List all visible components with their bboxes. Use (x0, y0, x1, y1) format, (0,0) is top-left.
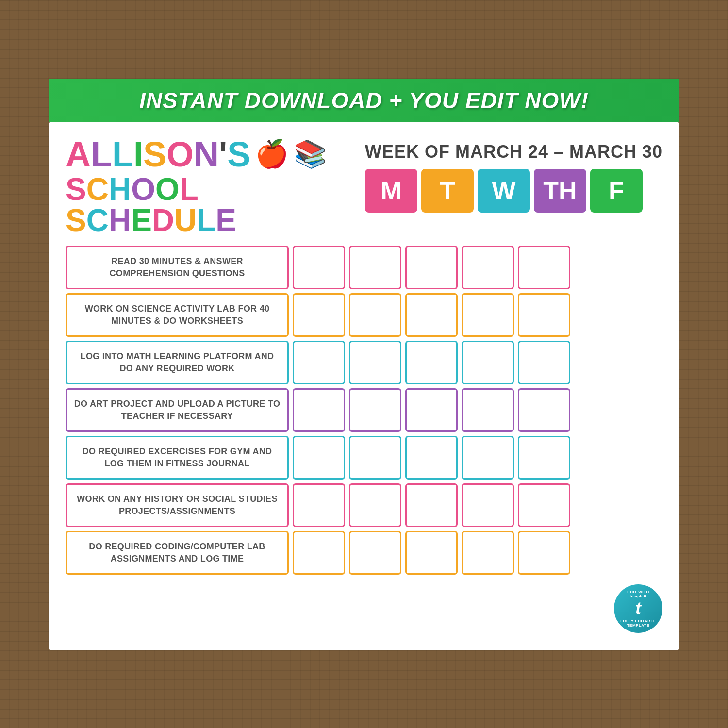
banner: INSTANT DOWNLOAD + YOU EDIT NOW! (49, 79, 679, 122)
task-label-1: READ 30 MINUTES & ANSWER COMPREHENSION Q… (66, 246, 289, 289)
check-box[interactable] (518, 246, 570, 289)
outer-container: INSTANT DOWNLOAD + YOU EDIT NOW! ALLISON… (49, 79, 679, 650)
check-box[interactable] (462, 388, 514, 432)
check-box[interactable] (349, 341, 401, 384)
check-box[interactable] (462, 293, 514, 337)
check-box[interactable] (462, 531, 514, 575)
check-boxes-4 (293, 388, 570, 432)
books-icon: 📚 (294, 138, 327, 170)
task-label-6: WORK ON ANY HISTORY OR SOCIAL STUDIES PR… (66, 483, 289, 527)
check-box[interactable] (462, 341, 514, 384)
check-boxes-6 (293, 483, 570, 527)
check-box[interactable] (349, 483, 401, 527)
check-box[interactable] (349, 531, 401, 575)
check-box[interactable] (349, 436, 401, 480)
table-row: DO ART PROJECT AND UPLOAD A PICTURE TO T… (66, 388, 662, 432)
check-box[interactable] (405, 531, 458, 575)
check-box[interactable] (518, 483, 570, 527)
check-box[interactable] (462, 436, 514, 480)
check-box[interactable] (405, 246, 458, 289)
check-box[interactable] (293, 293, 345, 337)
check-box[interactable] (462, 246, 514, 289)
check-box[interactable] (518, 436, 570, 480)
allisons-name: ALLISON'S (66, 137, 250, 172)
allisons-line: ALLISON'S 🍎 📚 (66, 137, 327, 172)
table-row: WORK ON SCIENCE ACTIVITY LAB FOR 40 MINU… (66, 293, 662, 337)
week-block: WEEK OF MARCH 24 – MARCH 30 M T W TH F (365, 137, 662, 213)
templett-label: EDIT WITHtemplett (627, 590, 649, 598)
task-label-5: DO REQUIRED EXCERCISES FOR GYM AND LOG T… (66, 436, 289, 480)
day-header-W: W (478, 169, 530, 213)
schedule-grid: READ 30 MINUTES & ANSWER COMPREHENSION Q… (66, 246, 662, 575)
check-box[interactable] (405, 388, 458, 432)
task-label-7: DO REQUIRED CODING/COMPUTER LAB ASSIGNME… (66, 531, 289, 575)
check-box[interactable] (293, 246, 345, 289)
school-schedule-text: SCHOOL SCHEDULE (66, 174, 236, 236)
check-boxes-3 (293, 341, 570, 384)
check-box[interactable] (405, 483, 458, 527)
check-box[interactable] (518, 293, 570, 337)
check-box[interactable] (293, 388, 345, 432)
check-box[interactable] (293, 483, 345, 527)
task-label-2: WORK ON SCIENCE ACTIVITY LAB FOR 40 MINU… (66, 293, 289, 337)
banner-text: INSTANT DOWNLOAD + YOU EDIT NOW! (139, 88, 589, 113)
table-row: DO REQUIRED EXCERCISES FOR GYM AND LOG T… (66, 436, 662, 480)
check-box[interactable] (349, 388, 401, 432)
check-boxes-5 (293, 436, 570, 480)
check-box[interactable] (405, 293, 458, 337)
check-box[interactable] (293, 531, 345, 575)
check-box[interactable] (405, 436, 458, 480)
check-box[interactable] (293, 341, 345, 384)
templett-badge: EDIT WITHtemplett t FULLY EDITABLE TEMPL… (614, 584, 662, 633)
table-row: DO REQUIRED CODING/COMPUTER LAB ASSIGNME… (66, 531, 662, 575)
templett-footer: FULLY EDITABLE TEMPLATE (614, 619, 662, 628)
check-box[interactable] (293, 436, 345, 480)
header-section: ALLISON'S 🍎 📚 SCHOOL SCHEDULE WEEK OF MA… (66, 137, 662, 236)
day-header-F: F (590, 169, 643, 213)
table-row: READ 30 MINUTES & ANSWER COMPREHENSION Q… (66, 246, 662, 289)
apple-icon: 🍎 (255, 138, 289, 170)
task-label-3: LOG INTO MATH LEARNING PLATFORM AND DO A… (66, 341, 289, 384)
check-box[interactable] (349, 293, 401, 337)
main-card: ALLISON'S 🍎 📚 SCHOOL SCHEDULE WEEK OF MA… (49, 122, 679, 650)
check-boxes-7 (293, 531, 570, 575)
templett-t-icon: t (635, 598, 641, 619)
check-box[interactable] (518, 531, 570, 575)
day-headers: M T W TH F (365, 169, 662, 213)
check-box[interactable] (518, 341, 570, 384)
task-label-4: DO ART PROJECT AND UPLOAD A PICTURE TO T… (66, 388, 289, 432)
check-boxes-1 (293, 246, 570, 289)
check-box[interactable] (518, 388, 570, 432)
check-box[interactable] (462, 483, 514, 527)
day-header-M: M (365, 169, 417, 213)
day-header-TH: TH (534, 169, 586, 213)
table-row: WORK ON ANY HISTORY OR SOCIAL STUDIES PR… (66, 483, 662, 527)
title-block: ALLISON'S 🍎 📚 SCHOOL SCHEDULE (66, 137, 327, 236)
table-row: LOG INTO MATH LEARNING PLATFORM AND DO A… (66, 341, 662, 384)
check-boxes-2 (293, 293, 570, 337)
week-label: WEEK OF MARCH 24 – MARCH 30 (365, 142, 662, 162)
check-box[interactable] (405, 341, 458, 384)
check-box[interactable] (349, 246, 401, 289)
day-header-T: T (421, 169, 474, 213)
